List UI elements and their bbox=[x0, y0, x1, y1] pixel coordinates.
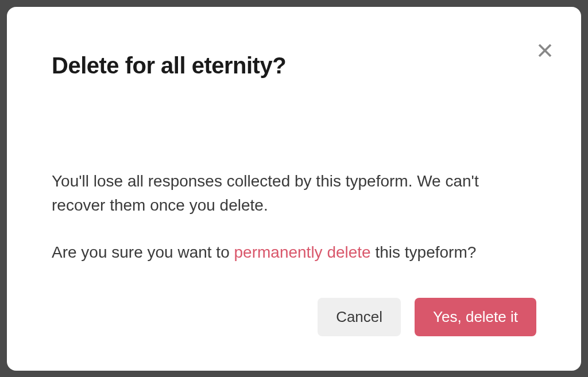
confirm-text-part2: this typeform? bbox=[371, 243, 477, 261]
modal-title: Delete for all eternity? bbox=[52, 53, 536, 79]
modal-body: You'll lose all responses collected by t… bbox=[52, 169, 536, 298]
confirm-delete-button[interactable]: Yes, delete it bbox=[415, 298, 536, 336]
confirm-text-part1: Are you sure you want to bbox=[52, 243, 234, 261]
confirm-text-emphasis: permanently delete bbox=[234, 243, 371, 261]
modal-confirmation-text: Are you sure you want to permanently del… bbox=[52, 240, 536, 265]
close-icon bbox=[536, 42, 554, 59]
close-button[interactable] bbox=[535, 40, 555, 61]
delete-confirmation-modal: Delete for all eternity? You'll lose all… bbox=[7, 7, 581, 371]
cancel-button[interactable]: Cancel bbox=[318, 298, 401, 336]
modal-warning-text: You'll lose all responses collected by t… bbox=[52, 169, 536, 217]
modal-overlay: Delete for all eternity? You'll lose all… bbox=[0, 0, 588, 377]
modal-actions: Cancel Yes, delete it bbox=[52, 298, 536, 336]
